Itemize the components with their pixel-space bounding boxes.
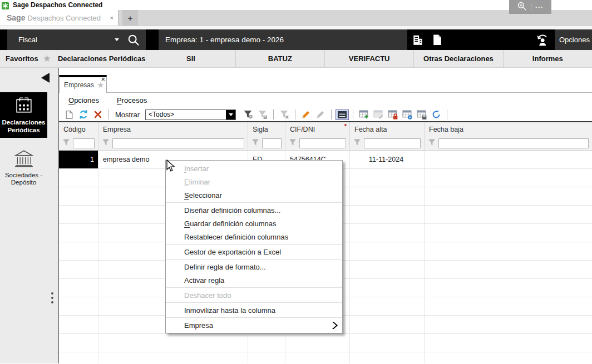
zoom-in-icon[interactable] — [517, 1, 527, 13]
filter-funnel-icon[interactable] — [102, 138, 110, 148]
filter-clear-icon[interactable] — [279, 109, 290, 120]
filter-save-icon[interactable] — [257, 109, 268, 120]
cell-fecha-alta[interactable] — [350, 316, 425, 333]
tab-empresas[interactable]: Empresas ★ ✕ — [59, 75, 107, 93]
table-edit-disabled-icon[interactable] — [373, 109, 384, 120]
context-menu-item-restablecer-definici-n-columnas[interactable]: Restablecer definición columnas — [166, 230, 342, 243]
cell-fecha-baja[interactable] — [425, 352, 592, 363]
cell-fecha-alta[interactable]: 11-11-2024 — [350, 151, 425, 168]
edit-rule-disabled-icon[interactable] — [315, 109, 326, 120]
delete-icon[interactable] — [92, 109, 103, 120]
cell-fecha-baja[interactable] — [425, 316, 592, 333]
cell-c-digo[interactable] — [59, 297, 98, 315]
filter-input-empresa[interactable] — [112, 138, 244, 148]
user-switch-icon[interactable] — [536, 34, 549, 46]
menubar-item-sii[interactable]: SII — [146, 50, 235, 67]
cell-cif-dni[interactable] — [285, 334, 350, 352]
cell-empresa[interactable] — [98, 334, 248, 352]
column-header-sigla[interactable]: Sigla — [248, 122, 285, 136]
new-tab-button[interactable]: + — [122, 10, 138, 26]
cell-c-digo[interactable] — [59, 352, 98, 363]
context-menu-item-gestor-de-exportaci-n-a-excel[interactable]: Gestor de exportación a Excel — [166, 245, 342, 258]
cell-cif-dni[interactable] — [285, 352, 350, 363]
table-refresh-icon[interactable] — [431, 109, 442, 120]
cell-empresa[interactable] — [98, 352, 248, 363]
menubar-item-otras-declaraciones[interactable]: Otras Declaraciones — [414, 50, 503, 67]
favorite-star-icon[interactable]: ★ — [97, 82, 104, 88]
cell-c-digo[interactable] — [59, 224, 98, 242]
search-icon[interactable] — [127, 33, 140, 47]
cell-fecha-baja[interactable] — [425, 261, 592, 278]
cell-fecha-alta[interactable] — [350, 297, 425, 315]
cell-c-digo[interactable]: 1 — [59, 151, 98, 168]
cell-fecha-baja[interactable] — [425, 297, 592, 315]
filter-funnel-icon[interactable] — [251, 138, 259, 148]
splitter-grip[interactable] — [51, 292, 53, 303]
cell-fecha-baja[interactable] — [425, 279, 592, 297]
filter-input-fecha-baja[interactable] — [438, 138, 589, 148]
company-building-icon[interactable] — [412, 34, 424, 46]
context-menu-item-empresa[interactable]: Empresa — [166, 318, 342, 332]
cell-fecha-baja[interactable] — [425, 206, 592, 223]
filter-input-fecha-alta[interactable] — [364, 138, 421, 148]
filter-input-c-digo[interactable] — [73, 138, 95, 148]
filter-funnel-icon[interactable] — [289, 138, 297, 148]
context-menu-item-guardar-definici-n-columnas[interactable]: Guardar definición columnas — [166, 217, 342, 230]
cell-fecha-alta[interactable] — [350, 187, 425, 205]
filter-funnel-icon[interactable] — [353, 138, 361, 148]
cell-c-digo[interactable] — [59, 261, 98, 278]
cell-fecha-baja[interactable] — [425, 187, 592, 205]
menu-procesos[interactable]: Procesos — [117, 96, 147, 104]
table-save-icon[interactable] — [416, 109, 427, 120]
dropdown-arrow-icon[interactable] — [226, 110, 235, 119]
module-selector[interactable]: Fiscal — [7, 29, 146, 50]
menubar-item-verifactu[interactable]: VERIFACTU — [325, 50, 414, 67]
cell-fecha-alta[interactable] — [350, 206, 425, 223]
app-tab-close-icon[interactable]: × — [110, 14, 114, 21]
new-record-icon[interactable] — [63, 109, 75, 120]
cell-c-digo[interactable] — [59, 279, 98, 297]
filter-settings-icon[interactable] — [243, 109, 254, 120]
cell-fecha-alta[interactable] — [350, 279, 425, 297]
cell-c-digo[interactable] — [59, 169, 98, 187]
cell-fecha-alta[interactable] — [350, 224, 425, 242]
show-dropdown[interactable]: <Todos> — [145, 109, 236, 120]
filter-input-cif-dni[interactable] — [299, 138, 346, 148]
table-settings-icon[interactable] — [402, 109, 413, 120]
cell-c-digo[interactable] — [59, 316, 98, 333]
cell-c-digo[interactable] — [59, 242, 98, 260]
context-menu-item-inmovilizar-hasta-la-columna[interactable]: Inmovilizar hasta la columna — [166, 303, 342, 317]
ribbon-options-button[interactable]: Opciones — [555, 29, 592, 50]
menubar-item-batuz[interactable]: BATUZ — [236, 50, 325, 67]
refresh-icon[interactable] — [78, 109, 89, 120]
context-menu-item-definir-regla-de-formato[interactable]: Definir regla de formato... — [166, 260, 342, 273]
column-header-empresa[interactable]: Empresa — [98, 122, 248, 136]
table-row[interactable] — [59, 334, 592, 352]
cell-c-digo[interactable] — [59, 334, 98, 352]
filter-funnel-icon[interactable] — [62, 138, 70, 148]
filter-funnel-icon[interactable] — [428, 138, 436, 148]
cell-c-digo[interactable] — [59, 187, 98, 205]
edit-rule-icon[interactable] — [300, 109, 312, 120]
app-tab[interactable]: Sage Despachos Connected × — [0, 10, 119, 26]
table-lock-icon[interactable] — [387, 109, 398, 120]
cell-fecha-baja[interactable] — [425, 334, 592, 352]
column-header-fecha-alta[interactable]: Fecha alta — [350, 122, 425, 136]
cell-fecha-alta[interactable] — [350, 334, 425, 352]
cell-fecha-alta[interactable] — [350, 242, 425, 260]
cell-fecha-baja[interactable] — [425, 151, 592, 168]
menu-opciones[interactable]: Opciones — [68, 96, 99, 104]
sidebar-item-sociedades[interactable]: Sociedades - Depósito — [0, 145, 47, 191]
context-menu-item-activar-regla[interactable]: Activar regla — [166, 273, 342, 287]
menubar-item-favoritos[interactable]: Favoritos★ — [0, 50, 57, 67]
table-insert-icon[interactable] — [358, 109, 369, 120]
cell-sigla[interactable] — [248, 352, 285, 363]
column-header-fecha-baja[interactable]: Fecha baja — [425, 122, 592, 136]
menubar-item-declaraciones-peri-dicas[interactable]: Declaraciones Periódicas — [57, 50, 146, 67]
context-menu-item-dise-ar-definici-n-columnas[interactable]: Diseñar definición columnas... — [166, 203, 342, 217]
cell-fecha-alta[interactable] — [350, 352, 425, 363]
sidebar-item-declaraciones[interactable]: Declaraciones Periódicas — [0, 92, 47, 138]
list-view-icon[interactable] — [337, 109, 348, 120]
menubar-item-informes[interactable]: Informes — [504, 50, 592, 67]
cell-fecha-baja[interactable] — [425, 224, 592, 242]
